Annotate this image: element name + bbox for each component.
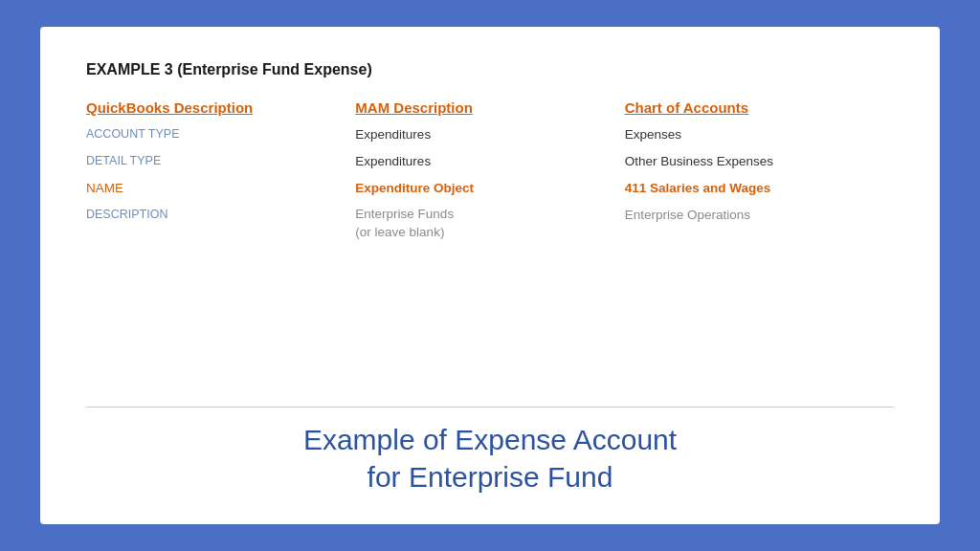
qb-description: DESCRIPTION	[86, 206, 167, 224]
chart-header: Chart of Accounts	[625, 99, 894, 116]
row-description-chart: Enterprise Operations	[625, 206, 894, 253]
row-detail-type-qb: DETAIL TYPE	[86, 152, 355, 179]
row-description-qb: DESCRIPTION	[86, 206, 355, 253]
qb-account-type: ACCOUNT TYPE	[86, 125, 179, 143]
footer-line2: for Enterprise Fund	[368, 461, 613, 493]
content-area: EXAMPLE 3 (Enterprise Fund Expense) Quic…	[86, 61, 894, 407]
slide: EXAMPLE 3 (Enterprise Fund Expense) Quic…	[40, 27, 940, 524]
row-name-chart: 411 Salaries and Wages	[625, 179, 894, 206]
row-account-type-chart: Expenses	[625, 125, 894, 152]
qb-detail-type: DETAIL TYPE	[86, 152, 161, 170]
mam-header: MAM Description	[355, 99, 624, 116]
row-account-type-mam: Expenditures	[355, 125, 624, 152]
row-description-mam: Enterprise Funds(or leave blank)	[355, 206, 624, 253]
chart-column: Chart of Accounts Expenses Other Busines…	[625, 99, 894, 253]
footer-line1: Example of Expense Account	[303, 424, 677, 455]
quickbooks-rows: ACCOUNT TYPE DETAIL TYPE NAME DESCRIPTIO…	[86, 125, 355, 253]
row-name-mam: Expenditure Object	[355, 179, 624, 206]
quickbooks-column: QuickBooks Description ACCOUNT TYPE DETA…	[86, 99, 355, 253]
quickbooks-header: QuickBooks Description	[86, 99, 355, 116]
example-title: EXAMPLE 3 (Enterprise Fund Expense)	[86, 61, 894, 78]
mam-account-type: Expenditures	[355, 125, 431, 145]
mam-description: Enterprise Funds(or leave blank)	[355, 206, 454, 242]
table-section: QuickBooks Description ACCOUNT TYPE DETA…	[86, 99, 894, 253]
chart-account-type: Expenses	[625, 125, 681, 145]
mam-detail-type: Expenditures	[355, 152, 431, 172]
qb-name: NAME	[86, 179, 123, 199]
chart-name: 411 Salaries and Wages	[625, 179, 771, 199]
footer-section: Example of Expense Account for Enterpris…	[86, 407, 894, 496]
row-name-qb: NAME	[86, 179, 355, 206]
mam-name: Expenditure Object	[355, 179, 474, 199]
row-detail-type-mam: Expenditures	[355, 152, 624, 179]
footer-title: Example of Expense Account for Enterpris…	[86, 421, 894, 496]
chart-rows: Expenses Other Business Expenses 411 Sal…	[625, 125, 894, 253]
row-account-type-qb: ACCOUNT TYPE	[86, 125, 355, 152]
mam-rows: Expenditures Expenditures Expenditure Ob…	[355, 125, 624, 253]
chart-description: Enterprise Operations	[625, 206, 750, 226]
chart-detail-type: Other Business Expenses	[625, 152, 773, 172]
mam-column: MAM Description Expenditures Expenditure…	[355, 99, 624, 253]
row-detail-type-chart: Other Business Expenses	[625, 152, 894, 179]
